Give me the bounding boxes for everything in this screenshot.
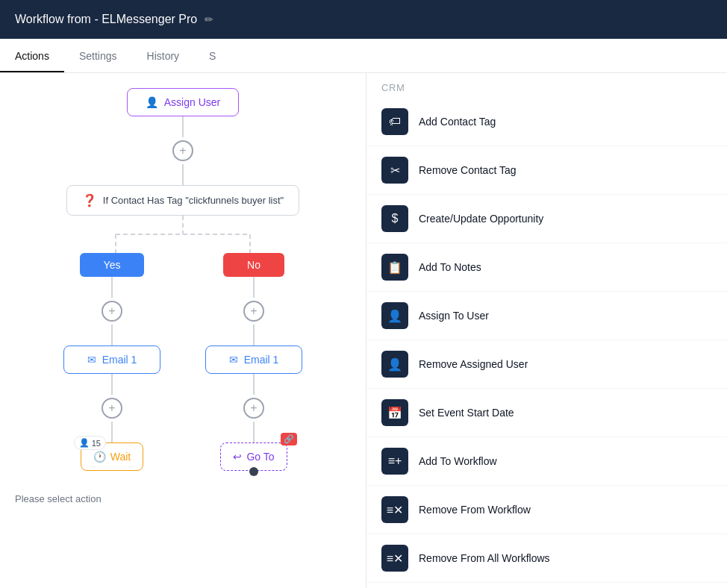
no-add-btn[interactable]: + [243, 301, 264, 322]
action-item-add-contact-tag[interactable]: 🏷 Add Contact Tag [366, 98, 727, 146]
no-email-label: Email 1 [244, 354, 279, 366]
yes-add-btn[interactable]: + [102, 301, 122, 322]
action-icon-create-update-opportunity: $ [381, 205, 408, 232]
action-label-add-to-workflow: Add To Workflow [419, 455, 497, 467]
assign-user-icon: 👤 [146, 96, 158, 108]
goto-label: Go To [246, 451, 274, 463]
action-icon-remove-assigned-user: 👤 [381, 351, 408, 378]
no-branch: No + ✉ Email 1 + ↩ Go To 🔗 [205, 253, 302, 471]
action-label-add-to-notes: Add To Notes [419, 261, 481, 273]
condition-node: ❓ If Contact Has Tag "clickfunnels buyer… [0, 185, 366, 216]
action-label-assign-to-user: Assign To User [419, 310, 489, 322]
action-icon-add-to-notes: 📋 [381, 254, 408, 281]
wait-icon: 🕐 [93, 451, 106, 463]
yes-connector-4 [111, 422, 113, 442]
action-item-remove-assigned-user[interactable]: 👤 Remove Assigned User [366, 340, 727, 389]
add-btn-1[interactable]: + [172, 140, 193, 161]
action-item-remove-opportunity[interactable]: ✕ Remove Opportunity [366, 583, 727, 588]
action-icon-remove-contact-tag: ✂ [381, 157, 408, 184]
goto-box[interactable]: ↩ Go To 🔗 [220, 442, 287, 471]
header-title: Workflow from - ELMessenger Pro [15, 13, 197, 26]
action-item-add-to-notes[interactable]: 📋 Add To Notes [366, 243, 727, 292]
connector-1 [182, 116, 184, 137]
yes-connector-3 [111, 374, 113, 395]
action-label-remove-assigned-user: Remove Assigned User [419, 358, 528, 370]
assign-user-node: 👤 Assign User + [0, 88, 366, 185]
wait-badge: 👤 15 [74, 436, 106, 450]
action-label-create-update-opportunity: Create/Update Opportunity [419, 213, 543, 225]
action-icon-remove-from-workflow: ≡✕ [381, 496, 408, 523]
wait-badge-icon: 👤 [79, 438, 90, 448]
workflow-panel: 👤 Assign User + ❓ If Contact Has Tag "cl… [0, 73, 366, 588]
yes-add-btn-2[interactable]: + [102, 398, 122, 419]
action-label-remove-contact-tag: Remove Contact Tag [419, 164, 516, 176]
condition-box[interactable]: ❓ If Contact Has Tag "clickfunnels buyer… [66, 185, 299, 216]
action-item-assign-to-user[interactable]: 👤 Assign To User [366, 292, 727, 340]
right-panel: CRM 🏷 Add Contact Tag ✂ Remove Contact T… [366, 73, 727, 588]
tabs-bar: Actions Settings History S [0, 39, 727, 73]
yes-email-label: Email 1 [102, 354, 137, 366]
action-item-remove-from-all-workflows[interactable]: ≡✕ Remove From All Workflows [366, 534, 727, 583]
no-email-icon: ✉ [229, 354, 238, 366]
yes-branch: Yes + ✉ Email 1 + 👤 15 🕐 Wait [63, 253, 160, 471]
action-icon-set-event-start-date: 📅 [381, 399, 408, 426]
header: Workflow from - ELMessenger Pro ✏ [0, 0, 727, 39]
action-item-set-event-start-date[interactable]: 📅 Set Event Start Date [366, 389, 727, 437]
tab-actions[interactable]: Actions [0, 41, 64, 72]
no-email-box[interactable]: ✉ Email 1 [205, 345, 302, 374]
yes-connector-2 [111, 325, 113, 345]
action-icon-assign-to-user: 👤 [381, 302, 408, 329]
help-icon: ❓ [82, 193, 97, 207]
action-icon-add-contact-tag: 🏷 [381, 108, 408, 135]
tab-history[interactable]: History [132, 41, 195, 72]
branch-lines-svg [56, 216, 310, 253]
edit-icon[interactable]: ✏ [205, 13, 213, 25]
action-list: 🏷 Add Contact Tag ✂ Remove Contact Tag $… [366, 98, 727, 588]
main-content: 👤 Assign User + ❓ If Contact Has Tag "cl… [0, 73, 727, 588]
goto-dot [249, 467, 258, 476]
goto-icon: ↩ [233, 451, 242, 463]
link-icon: 🔗 [281, 433, 297, 445]
tab-settings[interactable]: Settings [64, 41, 132, 72]
action-label-add-contact-tag: Add Contact Tag [419, 116, 496, 128]
yes-connector-1 [111, 277, 113, 298]
please-select-text: Please select action [0, 493, 366, 504]
action-item-create-update-opportunity[interactable]: $ Create/Update Opportunity [366, 195, 727, 243]
wait-box[interactable]: 👤 15 🕐 Wait [81, 442, 143, 471]
action-item-remove-contact-tag[interactable]: ✂ Remove Contact Tag [366, 146, 727, 195]
action-item-remove-from-workflow[interactable]: ≡✕ Remove From Workflow [366, 486, 727, 534]
branches: Yes + ✉ Email 1 + 👤 15 🕐 Wait [63, 253, 302, 471]
action-label-remove-from-workflow: Remove From Workflow [419, 504, 531, 516]
assign-user-box[interactable]: 👤 Assign User [127, 88, 239, 116]
condition-label: If Contact Has Tag "clickfunnels buyer l… [103, 195, 284, 206]
no-connector-2 [253, 325, 255, 345]
wait-label: Wait [110, 451, 131, 463]
action-label-set-event-start-date: Set Event Start Date [419, 407, 514, 419]
action-label-remove-from-all-workflows: Remove From All Workflows [419, 552, 550, 564]
no-connector-4 [253, 422, 255, 442]
no-connector-3 [253, 374, 255, 395]
assign-user-label: Assign User [164, 96, 220, 108]
action-icon-remove-from-all-workflows: ≡✕ [381, 545, 408, 572]
no-button[interactable]: No [223, 253, 284, 277]
connector-2 [182, 164, 184, 185]
action-item-add-to-workflow[interactable]: ≡+ Add To Workflow [366, 437, 727, 486]
no-connector-1 [253, 277, 255, 298]
yes-button[interactable]: Yes [80, 253, 145, 277]
yes-email-icon: ✉ [87, 354, 96, 366]
action-icon-add-to-workflow: ≡+ [381, 448, 408, 475]
tab-s[interactable]: S [194, 41, 231, 72]
wait-badge-count: 15 [92, 439, 101, 448]
no-add-btn-2[interactable]: + [243, 398, 264, 419]
yes-email-box[interactable]: ✉ Email 1 [63, 345, 160, 374]
panel-section-title: CRM [366, 73, 727, 98]
